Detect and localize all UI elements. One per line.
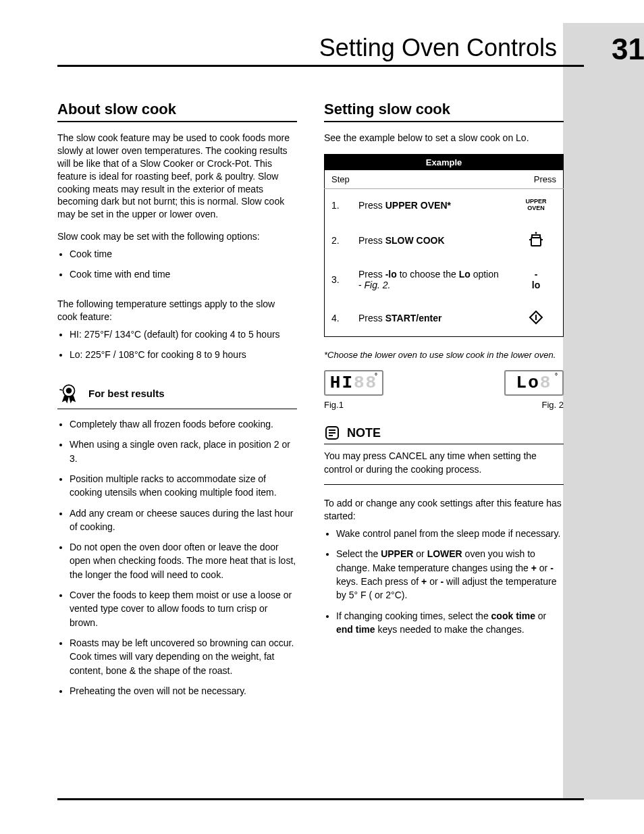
note-icon	[324, 425, 340, 441]
list-item: Add any cream or cheese sauces during th…	[70, 506, 297, 534]
upper-oven-icon: UPPEROVEN	[525, 199, 546, 212]
table-row: 1. Press UPPER OVEN* UPPEROVEN	[325, 188, 564, 221]
figure-captions: Fig.1 Fig. 2	[324, 400, 564, 410]
page: Setting Oven Controls 31 About slow cook…	[0, 0, 644, 834]
col-press: Press	[509, 170, 564, 189]
step-text: Press SLOW COOK	[352, 221, 509, 259]
start-icon	[528, 309, 544, 325]
header-title: Setting Oven Controls	[57, 34, 584, 62]
page-tab	[563, 23, 644, 800]
right-column: Setting slow cook See the example below …	[324, 101, 564, 707]
setting-heading: Setting slow cook	[324, 101, 564, 122]
list-item: Do not open the oven door often or leave…	[70, 540, 297, 581]
press-lo: -lo	[509, 259, 564, 300]
fig1-lcd: HI88°	[324, 370, 383, 396]
page-number: 31	[612, 32, 644, 66]
svg-rect-3	[532, 235, 540, 238]
list-item: HI: 275°F/ 134°C (default) for cooking 4…	[70, 328, 297, 341]
col-step: Step	[325, 170, 510, 189]
about-intro: The slow cook feature may be used to coo…	[57, 132, 297, 221]
list-item: Cook time with end time	[70, 267, 297, 281]
footnote: *Choose the lower oven to use slow cook …	[324, 349, 564, 361]
header: Setting Oven Controls 31	[57, 34, 584, 67]
temps-list: HI: 275°F/ 134°C (default) for cooking 4…	[57, 328, 297, 362]
setting-intro: See the example below to set a slow cook…	[324, 132, 564, 145]
svg-point-6	[535, 232, 537, 234]
best-results-header: For best results	[57, 382, 297, 409]
list-item: Position multiple racks to accommodate s…	[70, 472, 297, 500]
options-intro: Slow cook may be set with the following …	[57, 230, 297, 243]
example-header: Example	[325, 154, 564, 170]
pot-icon	[527, 231, 545, 249]
fig2-caption: Fig. 2	[541, 400, 564, 410]
list-item: Wake control panel from the sleep mode i…	[336, 527, 564, 540]
example-table: Example Step Press 1. Press UPPER OVEN* …	[324, 154, 564, 337]
fig1-caption: Fig.1	[324, 400, 344, 410]
left-column: About slow cook The slow cook feature ma…	[57, 101, 297, 707]
list-item: Roasts may be left uncovered so browning…	[70, 636, 297, 677]
table-row: 4. Press START/enter	[325, 300, 564, 337]
note-body: You may press CANCEL any time when setti…	[324, 450, 564, 485]
list-item: Cook time	[70, 247, 297, 261]
list-item: Preheating the oven will not be necessar…	[70, 684, 297, 698]
figures-row: HI88° Lo8°	[324, 370, 564, 396]
about-heading: About slow cook	[57, 101, 297, 122]
svg-point-1	[66, 388, 72, 394]
fig2-lcd: Lo8°	[504, 370, 564, 396]
columns: About slow cook The slow cook feature ma…	[57, 101, 564, 707]
note-header: NOTE	[324, 425, 564, 444]
step-num: 4.	[325, 300, 352, 337]
note-title: NOTE	[347, 426, 381, 440]
press-slow-cook	[509, 221, 564, 259]
step-num: 1.	[325, 188, 352, 221]
best-results-title: For best results	[88, 388, 165, 399]
list-item: Select the UPPER or LOWER oven you wish …	[336, 547, 564, 602]
list-item: If changing cooking times, select the co…	[336, 609, 564, 637]
after-intro: To add or change any cook settings after…	[324, 497, 564, 523]
step-num: 3.	[325, 259, 352, 300]
best-results-list: Completely thaw all frozen foods before …	[57, 417, 297, 698]
list-item: Lo: 225°F / 108°C for cooking 8 to 9 hou…	[70, 348, 297, 361]
options-list: Cook time Cook time with end time	[57, 247, 297, 282]
table-row: 3. Press -lo to choose the Lo option - F…	[325, 259, 564, 300]
svg-rect-2	[531, 238, 541, 246]
after-list: Wake control panel from the sleep mode i…	[324, 527, 564, 636]
lo-icon: -lo	[532, 269, 540, 290]
list-item: When using a single oven rack, place in …	[70, 438, 297, 465]
step-num: 2.	[325, 221, 352, 259]
ribbon-icon	[57, 382, 80, 405]
temp-intro: The following temperature settings apply…	[57, 298, 297, 323]
list-item: Completely thaw all frozen foods before …	[70, 417, 297, 431]
step-text: Press UPPER OVEN*	[352, 188, 509, 221]
footer-rule	[57, 798, 584, 800]
content-area: Setting Oven Controls 31 About slow cook…	[57, 34, 564, 707]
press-start	[509, 300, 564, 337]
press-upper-oven: UPPEROVEN	[509, 188, 564, 221]
step-text: Press START/enter	[352, 300, 509, 337]
table-row: 2. Press SLOW COOK	[325, 221, 564, 259]
step-text: Press -lo to choose the Lo option - Fig.…	[352, 259, 509, 300]
list-item: Cover the foods to keep them moist or us…	[70, 588, 297, 629]
